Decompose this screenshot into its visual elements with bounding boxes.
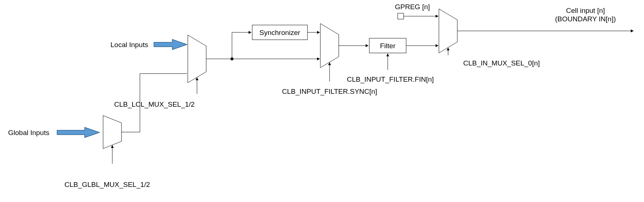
global-inputs-label: Global Inputs: [8, 129, 49, 137]
filter-control-label: CLB_INPUT_FILTER.FIN[n]: [347, 75, 434, 84]
sync-mux-select-label: CLB_INPUT_FILTER.SYNC[n]: [282, 88, 377, 96]
sync-mux: [320, 24, 339, 68]
local-mux: [188, 35, 206, 83]
cell-input-label-2: (BOUNDARY IN[n]): [555, 15, 616, 23]
gpreg-label: GPREG [n]: [395, 3, 430, 11]
cell-input-label-1: Cell input [n]: [566, 7, 605, 14]
out-mux: [439, 9, 457, 53]
local-inputs-arrow-icon: [154, 39, 187, 50]
local-mux-select-label: CLB_LCL_MUX_SEL_1/2: [114, 100, 195, 109]
global-mux-select-label: CLB_GLBL_MUX_SEL_1/2: [64, 181, 150, 189]
synchronizer-label: Synchronizer: [260, 29, 301, 36]
filter-label: Filter: [380, 42, 396, 50]
clb-input-diagram: Global Inputs CLB_GLBL_MUX_SEL_1/2 Local…: [0, 0, 644, 202]
global-mux: [103, 116, 122, 149]
gpreg-box-icon: [398, 13, 404, 19]
global-inputs-arrow-icon: [57, 127, 99, 138]
branch-to-sync-line: [232, 32, 251, 59]
local-inputs-label: Local Inputs: [110, 41, 148, 49]
out-mux-select-label: CLB_IN_MUX_SEL_0[n]: [463, 59, 540, 67]
